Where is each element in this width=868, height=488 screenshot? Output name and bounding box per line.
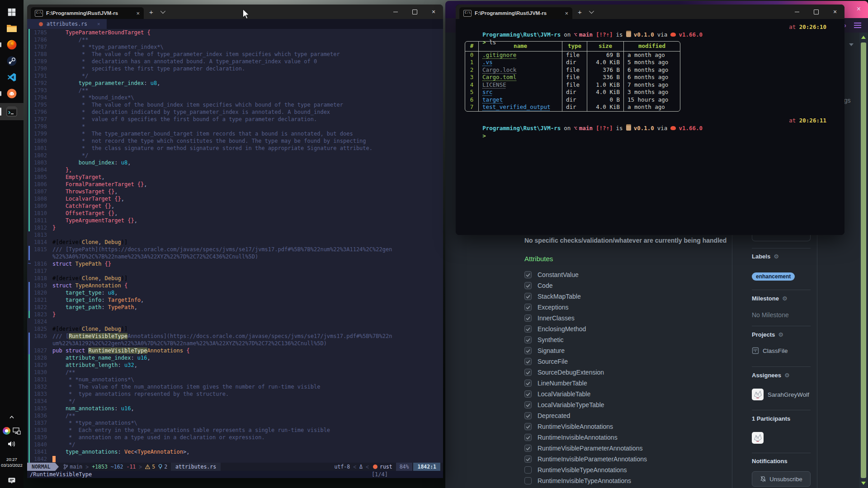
checkbox-unchecked[interactable] [524,477,532,484]
milestone-section[interactable]: Milestone⚙ [752,295,788,302]
chevron-up-icon [9,415,14,419]
checkbox-checked[interactable] [524,369,532,376]
checkbox-checked[interactable] [524,336,532,343]
checkbox-checked[interactable] [524,423,532,430]
checklist-label: Deprecated [538,412,570,419]
new-tab-button[interactable]: + [578,8,582,16]
search-match-count: [1/4] [372,471,388,478]
taskbar-clock[interactable]: 20:27 03/10/2022 [0,456,24,468]
terminal-tab[interactable]: C:\ F:\Programming\Rust\JVM-rs × [459,7,572,19]
code-line: 1795 * The value of the bound_index item… [27,101,443,108]
code-line: ~1816struct TypePath {} [27,260,443,267]
checkbox-checked[interactable] [524,347,532,354]
file-name[interactable]: .gitignore [482,52,516,58]
gutter-sign [27,253,32,260]
buffer-close-icon[interactable]: × [97,21,100,27]
checkbox-checked[interactable] [524,325,532,333]
taskbar-start-button[interactable] [0,5,24,19]
checkbox-checked[interactable] [524,282,532,289]
assignees-section[interactable]: Assignees⚙ [752,372,790,379]
tab-close-icon[interactable]: × [136,10,140,16]
gutter-sign [27,275,32,282]
taskbar-file-explorer[interactable] [0,22,24,35]
gutter-sign [27,94,32,101]
taskbar-action-center[interactable] [0,477,24,484]
checkbox-checked[interactable] [524,293,532,300]
gear-icon[interactable]: ⚙ [782,295,788,302]
checkbox-checked[interactable] [524,401,532,408]
terminal-titlebar[interactable]: C:\ F:\Programming\Rust\JVM-rs × + × [456,5,844,19]
line-number: 1815 [32,246,47,253]
gear-icon[interactable]: ⚙ [778,331,783,338]
page-scrollbar[interactable] [859,33,868,488]
gutter-sign [27,36,32,43]
file-name[interactable]: Cargo.toml [482,74,516,80]
editor-window-titlebar[interactable]: C:\ F:\Programming\Rust\JVM-rs × + × [27,5,443,19]
taskbar-volume[interactable] [0,441,24,447]
avatar [752,432,764,444]
file-name[interactable]: src [482,89,493,95]
file-name[interactable]: Cargo.lock [482,66,516,73]
code-line: 1785 TypeParameterBoundTarget { [27,29,443,36]
file-name[interactable]: target [482,96,503,103]
tab-dropdown-icon[interactable] [160,9,165,14]
scroll-down-icon[interactable] [861,482,866,485]
taskbar-discord[interactable] [0,87,24,100]
gutter-sign [27,267,32,275]
assignee-item[interactable]: SarahGreyWolf [752,389,809,400]
new-tab-button[interactable]: + [149,8,153,16]
browser-menu-icon[interactable] [854,23,861,23]
browser-extension-icon[interactable]: › [844,22,846,29]
tab-dropdown-icon[interactable] [589,9,594,14]
terminal-content[interactable]: Programming\Rust\JVM-rson⌥main[!?⇡]isv0.… [456,19,844,235]
file-name[interactable]: LICENSE [482,81,506,88]
project-item[interactable]: ClassFile [752,347,788,354]
code-line: 1824 [27,318,443,325]
close-button[interactable]: × [826,5,844,19]
close-button[interactable]: × [424,5,443,19]
labels-section[interactable]: Labels⚙ [752,253,779,260]
scrollbar-thumb[interactable] [861,42,866,478]
taskbar-firefox[interactable] [0,38,24,52]
gear-icon[interactable]: ⚙ [774,253,779,260]
checkbox-checked[interactable] [524,455,532,463]
maximize-button[interactable] [405,5,424,19]
line-number: 1817 [32,267,47,275]
taskbar-terminal-active[interactable] [0,103,24,120]
scroll-up-icon[interactable] [861,36,866,39]
tab-close-icon[interactable]: × [565,10,568,16]
avatar [752,389,764,400]
checkbox-unchecked[interactable] [524,466,532,474]
vim-buffer[interactable]: 1785 TypeParameterBoundTarget {1786 /**1… [27,29,443,463]
checkbox-checked[interactable] [524,380,532,387]
checkbox-checked[interactable] [524,434,532,441]
dropdown-caret-icon[interactable] [849,43,854,46]
taskbar-tray-icons[interactable] [0,427,24,435]
projects-section[interactable]: Projects⚙ [752,331,783,338]
checkbox-checked[interactable] [524,314,532,322]
checkbox-checked[interactable] [524,445,532,452]
checkbox-checked[interactable] [524,358,532,365]
taskbar-vscode[interactable] [0,70,24,84]
minimize-button[interactable] [386,5,405,19]
vim-cmdline[interactable]: /RuntimeVisibleType [1/4] [27,471,443,478]
label-enhancement[interactable]: enhancement [752,272,795,281]
file-name[interactable]: .vs [482,59,493,66]
code-line: 1805 EmptyTarget, [27,174,443,181]
taskbar-show-hidden-icons[interactable] [0,415,24,419]
checkbox-checked[interactable] [524,412,532,419]
empty-prompt[interactable]: > [462,124,844,132]
maximize-button[interactable] [807,5,826,19]
participant-avatar[interactable] [752,432,764,445]
gear-icon[interactable]: ⚙ [784,372,790,379]
taskbar-steam[interactable] [0,54,24,68]
vim-buffer-tab[interactable]: attributes.rs × [27,19,107,29]
unsubscribe-button[interactable]: Unsubscribe [752,471,811,487]
checkbox-checked[interactable] [524,390,532,398]
browser-close-button[interactable]: × [857,5,861,13]
checkbox-checked[interactable] [524,271,532,278]
checkbox-checked[interactable] [524,304,532,311]
minimize-button[interactable] [788,5,807,19]
editor-terminal-tab[interactable]: C:\ F:\Programming\Rust\JVM-rs × [31,7,144,19]
file-name[interactable]: test_verified_output [482,103,551,110]
